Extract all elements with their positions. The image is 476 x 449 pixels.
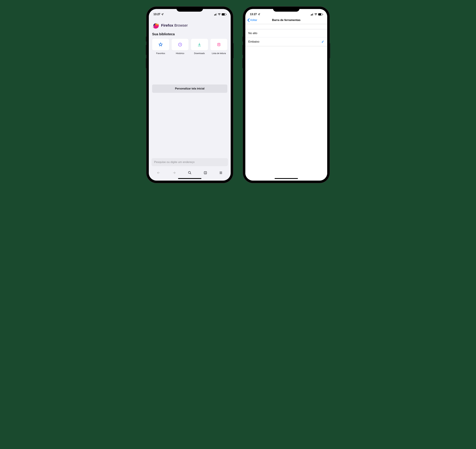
notch <box>273 7 300 12</box>
notch <box>176 7 203 12</box>
option-bottom[interactable]: Embaixo ✓ <box>245 37 327 46</box>
library-label: Lista de leitura <box>210 52 228 55</box>
settings-nav-bar: Voltar Barra de ferramentas <box>245 17 327 24</box>
wifi-icon <box>218 13 221 16</box>
battery-icon <box>222 13 226 16</box>
library-grid: Favoritos Histórico Downloads Lista de l… <box>149 39 231 55</box>
back-button[interactable]: Voltar <box>247 18 257 22</box>
status-time: 13:27 <box>250 13 257 16</box>
side-button-right <box>233 43 234 58</box>
search-button[interactable] <box>186 169 193 176</box>
arrow-left-icon <box>157 171 161 175</box>
library-item-favorites[interactable]: Favoritos <box>152 39 169 55</box>
side-buttons-left <box>242 37 243 72</box>
toolbar-position-group: No alto Embaixo ✓ <box>245 29 327 46</box>
settings-body: No alto Embaixo ✓ <box>245 24 327 177</box>
wifi-icon <box>314 13 317 16</box>
bottom-toolbar: 1 <box>149 168 231 177</box>
library-item-reading-list[interactable]: Lista de leitura <box>210 39 228 55</box>
address-search-bar[interactable]: Pesquise ou digite um endereço <box>151 158 228 166</box>
settings-title: Barra de ferramentas <box>272 18 300 22</box>
option-label: Embaixo <box>248 40 259 43</box>
search-icon <box>188 171 192 175</box>
download-icon <box>197 42 201 47</box>
library-label: Favoritos <box>152 52 169 55</box>
arrow-right-icon <box>172 171 176 175</box>
location-icon <box>161 13 164 16</box>
library-heading: Sua biblioteca <box>149 32 231 39</box>
chevron-left-icon <box>247 18 250 22</box>
library-label: Downloads <box>191 52 208 55</box>
phone-left: 13:27 Firefox Browser Sua bi <box>146 7 233 183</box>
location-icon <box>258 13 260 16</box>
back-button[interactable] <box>155 169 162 176</box>
menu-button[interactable] <box>218 169 224 176</box>
clock-icon <box>178 42 182 47</box>
back-label: Voltar <box>250 18 257 22</box>
star-icon <box>158 42 163 47</box>
cellular-icon <box>214 13 217 16</box>
library-label: Histórico <box>172 52 189 55</box>
tabs-button[interactable]: 1 <box>202 169 209 176</box>
customize-home-button[interactable]: Personalizar tela inicial <box>152 84 227 93</box>
library-item-downloads[interactable]: Downloads <box>191 39 208 55</box>
hamburger-icon <box>219 171 223 175</box>
home-indicator[interactable] <box>275 178 298 179</box>
svg-point-3 <box>188 171 190 174</box>
option-top[interactable]: No alto <box>245 29 327 37</box>
app-title: Firefox Browser <box>161 23 188 28</box>
phone-right: 13:27 Voltar Barra de ferramentas No alt… <box>243 7 330 183</box>
svg-text:1: 1 <box>205 172 206 174</box>
side-button-right <box>330 43 330 58</box>
side-buttons-left <box>146 37 146 72</box>
firefox-logo-icon <box>152 22 159 29</box>
status-time: 13:27 <box>154 13 160 16</box>
battery-icon <box>318 13 322 16</box>
tabs-icon: 1 <box>204 171 207 175</box>
reading-list-icon <box>217 43 221 47</box>
home-indicator[interactable] <box>178 178 201 179</box>
checkmark-icon: ✓ <box>321 40 324 44</box>
forward-button[interactable] <box>171 169 178 176</box>
option-label: No alto <box>248 32 257 35</box>
library-item-history[interactable]: Histórico <box>172 39 189 55</box>
firefox-header: Firefox Browser <box>149 17 231 32</box>
cellular-icon <box>311 13 314 16</box>
